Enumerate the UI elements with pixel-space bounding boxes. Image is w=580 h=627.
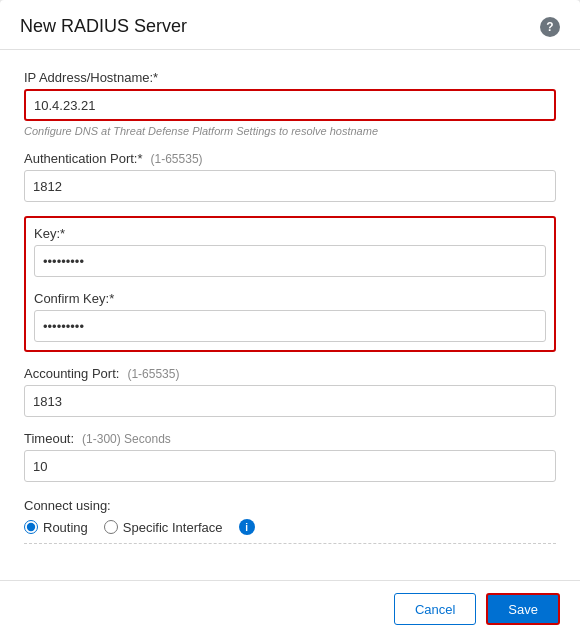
confirm-key-group: Confirm Key:* <box>34 291 546 342</box>
specific-interface-option[interactable]: Specific Interface <box>104 520 223 535</box>
specific-interface-label: Specific Interface <box>123 520 223 535</box>
save-button[interactable]: Save <box>486 593 560 625</box>
ip-address-group: IP Address/Hostname:* Configure DNS at T… <box>24 70 556 137</box>
cancel-button[interactable]: Cancel <box>394 593 476 625</box>
routing-radio[interactable] <box>24 520 38 534</box>
accounting-port-hint: (1-65535) <box>127 367 179 381</box>
connect-using-radio-group: Routing Specific Interface i <box>24 519 556 535</box>
modal-title: New RADIUS Server <box>20 16 187 37</box>
separator <box>24 543 556 544</box>
auth-port-label: Authentication Port:* <box>24 151 143 166</box>
routing-label: Routing <box>43 520 88 535</box>
accounting-port-label: Accounting Port: <box>24 366 119 381</box>
dns-hint: Configure DNS at Threat Defense Platform… <box>24 125 556 137</box>
help-icon[interactable]: ? <box>540 17 560 37</box>
ip-address-label: IP Address/Hostname:* <box>24 70 556 85</box>
auth-port-input[interactable] <box>24 170 556 202</box>
auth-port-label-row: Authentication Port:* (1-65535) <box>24 151 556 166</box>
key-group-highlighted: Key:* Confirm Key:* <box>24 216 556 352</box>
key-group: Key:* <box>34 226 546 277</box>
connect-using-info-icon[interactable]: i <box>239 519 255 535</box>
auth-port-group: Authentication Port:* (1-65535) <box>24 151 556 202</box>
timeout-group: Timeout: (1-300) Seconds <box>24 431 556 482</box>
key-label: Key:* <box>34 226 546 241</box>
modal-body: IP Address/Hostname:* Configure DNS at T… <box>0 50 580 580</box>
ip-address-input[interactable] <box>24 89 556 121</box>
modal-header: New RADIUS Server ? <box>0 0 580 50</box>
routing-option[interactable]: Routing <box>24 520 88 535</box>
auth-port-hint: (1-65535) <box>151 152 203 166</box>
new-radius-server-modal: New RADIUS Server ? IP Address/Hostname:… <box>0 0 580 627</box>
accounting-port-group: Accounting Port: (1-65535) <box>24 366 556 417</box>
connect-using-section: Connect using: Routing Specific Interfac… <box>24 498 556 535</box>
timeout-label-row: Timeout: (1-300) Seconds <box>24 431 556 446</box>
timeout-input[interactable] <box>24 450 556 482</box>
accounting-port-input[interactable] <box>24 385 556 417</box>
modal-footer: Cancel Save <box>0 580 580 627</box>
specific-interface-radio[interactable] <box>104 520 118 534</box>
key-input[interactable] <box>34 245 546 277</box>
connect-using-label: Connect using: <box>24 498 556 513</box>
confirm-key-input[interactable] <box>34 310 546 342</box>
timeout-label: Timeout: <box>24 431 74 446</box>
confirm-key-label: Confirm Key:* <box>34 291 546 306</box>
timeout-hint: (1-300) Seconds <box>82 432 171 446</box>
accounting-port-label-row: Accounting Port: (1-65535) <box>24 366 556 381</box>
